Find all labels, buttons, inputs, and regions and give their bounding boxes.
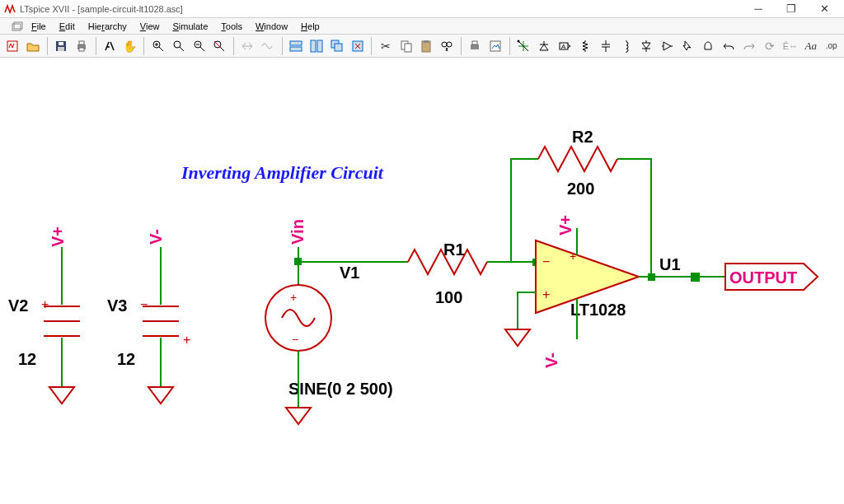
menu-edit[interactable]: Edit [53, 20, 82, 33]
rotate-icon[interactable]: ⟳ [760, 36, 779, 56]
minimize-button[interactable]: ─ [742, 1, 775, 17]
tile-horz-icon[interactable] [287, 36, 306, 56]
r2-ref[interactable]: R2 [572, 128, 593, 147]
close-button[interactable]: ✕ [808, 1, 841, 17]
svg-rect-4 [59, 42, 63, 45]
r2-value[interactable]: 200 [567, 180, 594, 198]
svg-text:−: − [292, 333, 298, 346]
svg-rect-16 [317, 40, 322, 52]
tile-vert-icon[interactable] [307, 36, 326, 56]
svg-rect-48 [648, 273, 655, 281]
net-vplus[interactable]: V+ [49, 226, 68, 247]
svg-marker-33 [49, 387, 74, 404]
mdi-restore-icon[interactable] [12, 21, 23, 31]
titlebar: LTspice XVII - [sample-circuit-lt1028.as… [0, 0, 844, 18]
op-vminus[interactable]: V- [542, 352, 561, 368]
zoom-fit-icon[interactable] [210, 36, 229, 56]
redo-icon[interactable] [740, 36, 759, 56]
copy-bitmap-icon[interactable] [486, 36, 505, 56]
inductor-icon[interactable] [617, 36, 635, 56]
close-window-icon[interactable] [348, 36, 367, 56]
print-icon[interactable] [73, 36, 91, 56]
run-icon[interactable] [101, 36, 120, 56]
new-schematic-icon[interactable] [3, 36, 22, 56]
output-tag[interactable]: OUTPUT [725, 264, 818, 290]
cascade-icon[interactable] [327, 36, 346, 56]
pan-icon[interactable] [169, 36, 188, 56]
maximize-button[interactable]: ❐ [775, 1, 808, 17]
marching-waves-icon[interactable] [259, 36, 278, 56]
zoom-out-icon[interactable] [190, 36, 209, 56]
v2-symbol[interactable]: + [41, 247, 80, 404]
v3-ref[interactable]: V3 [107, 296, 127, 315]
circuit-title: Inverting Amplifier Circuit [181, 162, 383, 184]
menu-hierarchy[interactable]: Hierarchy [82, 20, 134, 33]
v1-sine[interactable]: SINE(0 2 500) [288, 380, 393, 399]
menubar: File Edit Hierarchy View Simulate Tools … [0, 18, 844, 35]
svg-text:+: + [41, 297, 49, 311]
undo-icon[interactable] [720, 36, 738, 56]
mirror-icon[interactable]: Ê↔ [781, 36, 799, 56]
paste-icon[interactable] [417, 36, 436, 56]
svg-rect-8 [79, 48, 84, 51]
menu-window[interactable]: Window [249, 20, 294, 33]
svg-rect-37 [294, 258, 302, 265]
label-net-icon[interactable]: A [555, 36, 574, 56]
resistor-icon[interactable] [575, 36, 594, 56]
diode-icon[interactable] [637, 36, 656, 56]
zoom-in-icon[interactable] [148, 36, 167, 56]
spice-directive-icon[interactable]: .op [822, 36, 841, 56]
cut-icon[interactable]: ✂ [376, 36, 395, 56]
halt-icon[interactable]: ✋ [120, 36, 139, 56]
net-vin[interactable]: Vin [288, 219, 307, 245]
menu-tools[interactable]: Tools [214, 20, 249, 33]
op-vplus[interactable]: V+ [556, 215, 575, 236]
toolbar-separator [233, 37, 234, 55]
u1-ref[interactable]: U1 [659, 255, 681, 274]
menu-simulate[interactable]: Simulate [166, 20, 214, 33]
print-setup-icon[interactable] [466, 36, 485, 56]
menu-help[interactable]: Help [294, 20, 326, 33]
svg-rect-14 [290, 47, 302, 51]
copy-icon[interactable] [396, 36, 415, 56]
move-icon[interactable] [678, 36, 697, 56]
u1-symbol[interactable]: − + + [536, 228, 639, 339]
save-icon[interactable] [52, 36, 71, 56]
svg-text:+: + [183, 333, 190, 347]
menu-view[interactable]: View [134, 20, 166, 33]
svg-rect-23 [424, 40, 429, 43]
capacitor-icon[interactable] [596, 36, 615, 56]
ground-icon[interactable] [534, 36, 553, 56]
open-icon[interactable] [24, 36, 43, 56]
toolbar-separator [47, 37, 48, 55]
svg-text:+: + [570, 250, 576, 263]
window-title: LTspice XVII - [sample-circuit-lt1028.as… [20, 4, 742, 14]
toolbar-separator [461, 37, 462, 55]
svg-point-10 [174, 41, 181, 48]
u1-model[interactable]: LT1028 [570, 301, 626, 320]
svg-text:−: − [542, 254, 550, 268]
r2-symbol[interactable] [538, 147, 617, 171]
component-icon[interactable] [658, 36, 677, 56]
v3-value[interactable]: 12 [117, 350, 135, 369]
text-icon[interactable]: Aa [801, 36, 820, 56]
svg-text:−: − [140, 297, 148, 311]
v1-ref[interactable]: V1 [340, 264, 359, 282]
menu-file[interactable]: File [25, 20, 53, 33]
r1-value[interactable]: 100 [435, 288, 462, 307]
find-icon[interactable] [438, 36, 457, 56]
v2-value[interactable]: 12 [18, 350, 36, 369]
svg-point-25 [447, 42, 452, 47]
autorange-icon[interactable] [238, 36, 257, 56]
svg-point-38 [265, 285, 331, 351]
v2-ref[interactable]: V2 [8, 296, 28, 315]
net-vminus[interactable]: V- [147, 229, 166, 245]
app-icon [3, 3, 16, 15]
wire-icon[interactable] [514, 36, 533, 56]
svg-rect-21 [405, 44, 411, 52]
schematic-canvas[interactable]: Inverting Amplifier Circuit V2 12 V+ V3 … [0, 58, 844, 502]
r1-ref[interactable]: R1 [443, 240, 465, 259]
svg-point-29 [518, 40, 520, 42]
v3-symbol[interactable]: − + [140, 247, 190, 404]
drag-icon[interactable] [699, 36, 718, 56]
